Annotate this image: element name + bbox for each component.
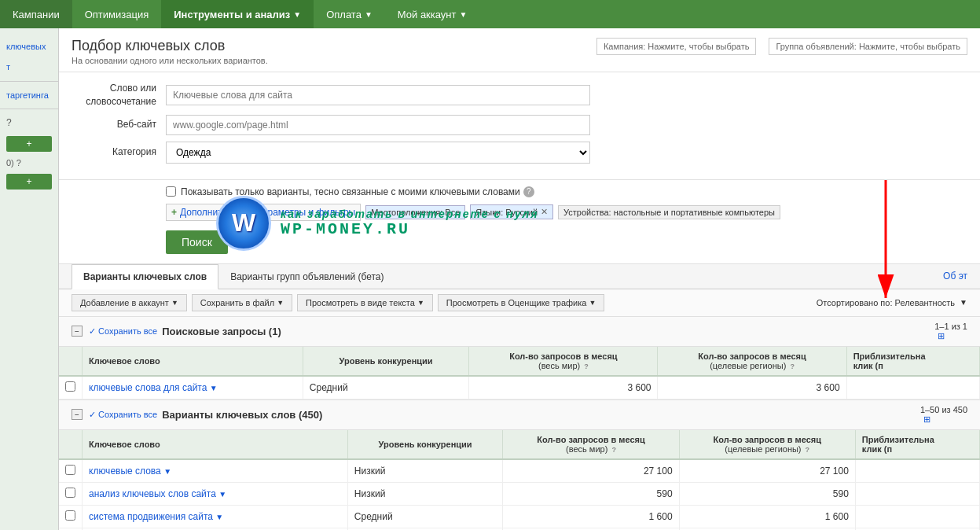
save-all-search[interactable]: ✓ Сохранить все [89,326,157,337]
search-queries-header: − ✓ Сохранить все Поисковые запросы (1) … [59,317,980,347]
nav-account[interactable]: Мой аккаунт ▼ [385,0,480,28]
page-title: Подбор ключевых слов [72,38,268,54]
view-text-btn[interactable]: Просмотреть в виде текста ▼ [297,294,433,311]
word-input[interactable] [166,85,590,105]
sidebar-item-t[interactable]: т [0,57,58,77]
nav-campaigns[interactable]: Кампании [0,0,72,28]
vth-competition[interactable]: Уровень конкуренции [347,430,503,459]
vglobal-monthly-cell-1: 590 [503,482,679,505]
add-account-arrow: ▼ [171,299,178,307]
table-row: ключевые слова для сайта ▼ Средний 3 600… [59,376,980,399]
th-local-monthly[interactable]: Кол-во запросов в месяц(целевые регионы)… [658,347,846,376]
save-file-arrow: ▼ [277,299,284,307]
vlocal-monthly-cell-1: 590 [679,482,855,505]
help-icon-checkbox[interactable]: ? [523,186,534,197]
vglobal-monthly-cell-0: 27 100 [503,459,679,483]
vth-approx-cpc[interactable]: Приблизительнаклик (п [855,430,979,459]
search-queries-table: Ключевое слово Уровень конкуренции Кол-в… [59,347,980,399]
sidebar-plus-btn1[interactable]: + [6,136,52,152]
tight-match-checkbox[interactable] [166,186,176,197]
language-tag[interactable]: Языки: Русский ✕ [470,204,553,219]
language-remove-icon[interactable]: ✕ [541,207,548,217]
table-row: анализ ключевых слов сайта ▼ Низкий 590 … [59,482,980,505]
keyword-variants-table: Ключевое слово Уровень конкуренции Кол-в… [59,430,980,530]
checkbox-label: Показывать только варианты, тесно связан… [181,186,520,197]
approx-cpc-cell [846,376,979,399]
variants-pagination-nav[interactable]: ⊞ [923,414,930,424]
keyword-variants-group: − ✓ Сохранить все Варианты ключевых слов… [59,400,980,530]
competition-cell: Средний [303,376,469,399]
vrow-checkbox-2[interactable] [65,510,75,521]
sidebar-item-keywords[interactable]: ключевых [0,36,58,57]
search-queries-title: Поисковые запросы (1) [162,326,281,337]
nav-optimization[interactable]: Оптимизация [72,0,162,28]
row-checkbox[interactable] [65,381,75,392]
vcompetition-cell-1: Низкий [347,482,503,505]
advanced-filters-link[interactable]: + Дополнительные параметры и фильтры [166,204,361,221]
table-row: ключевые слова ▼ Низкий 27 100 27 100 [59,459,980,483]
save-all-variants[interactable]: ✓ Сохранить все [89,410,157,420]
campaign-selector[interactable]: Кампания: Нажмите, чтобы выбрать [596,38,757,55]
top-navigation: Кампании Оптимизация Инструменты и анали… [0,0,980,28]
vkeyword-link-1[interactable]: анализ ключевых слов сайта [89,488,216,499]
vkeyword-link-2[interactable]: система продвижения сайта [89,511,213,522]
category-label: Категория [72,145,166,159]
page-subtitle: На основании одного или нескольких вариа… [72,56,268,65]
view-traffic-arrow: ▼ [589,299,596,307]
category-select[interactable]: Одежда [166,142,590,164]
content-area: Подбор ключевых слов На основании одного… [59,28,980,530]
vlocal-monthly-cell-2: 1 600 [679,505,855,528]
toolbar: Добавление в аккаунт ▼ Сохранить в файл … [59,289,980,317]
collapse-search-btn[interactable]: − [72,326,83,337]
adgroup-selector[interactable]: Группа объявлений: Нажмите, чтобы выбрат… [769,38,967,55]
table-row: система продвижения сайта ▼ Средний 1 60… [59,505,980,528]
view-traffic-btn[interactable]: Просмотреть в Оценщике трафика ▼ [438,294,605,311]
vth-local-monthly[interactable]: Кол-во запросов в месяц(целевые регионы)… [679,430,855,459]
search-button[interactable]: Поиск [166,230,228,254]
keyword-link[interactable]: ключевые слова для сайта [89,382,207,393]
collapse-variants-btn[interactable]: − [72,409,83,420]
vrow-checkbox-0[interactable] [65,465,75,475]
nav-tools-arrow: ▼ [293,10,301,19]
sidebar-item-targeting[interactable]: таргетинга [0,85,58,105]
add-to-account-btn[interactable]: Добавление в аккаунт ▼ [72,294,187,311]
nav-payment[interactable]: Оплата ▼ [314,0,385,28]
vkeyword-link-0[interactable]: ключевые слова [89,466,161,477]
search-queries-pagination: 1–1 из 1 [934,322,967,331]
website-input[interactable] [166,115,590,135]
vcompetition-cell-0: Низкий [347,459,503,483]
sort-label: Отсортировано по: Релевантность [817,298,955,307]
variants-pagination: 1–50 из 450 [920,405,967,414]
local-monthly-cell: 3 600 [658,376,846,399]
th-keyword[interactable]: Ключевое слово [83,347,303,376]
view-text-arrow: ▼ [417,299,424,307]
vth-global-monthly[interactable]: Кол-во запросов в месяц(весь мир) ? [503,430,679,459]
device-tag: Устройства: настольные и портативные ком… [558,205,780,219]
vth-keyword[interactable]: Ключевое слово [83,430,348,459]
sidebar: ключевых т таргетинга ? + 0) ? + [0,28,59,530]
vapprox-cpc-cell-0 [855,459,979,483]
nav-account-arrow: ▼ [460,10,468,19]
nav-payment-arrow: ▼ [365,10,373,19]
th-approx-cpc[interactable]: Приблизительнаклик (п [846,347,979,376]
vcompetition-cell-2: Средний [347,505,503,528]
vrow-checkbox-1[interactable] [65,488,75,498]
keyword-variants-header: − ✓ Сохранить все Варианты ключевых слов… [59,400,980,430]
website-label: Веб-сайт [72,118,166,131]
keyword-form: Слово илисловосочетание Веб-сайт Категор… [59,72,980,180]
pagination-nav-icon[interactable]: ⊞ [938,331,945,340]
sidebar-plus-btn2[interactable]: + [6,174,52,190]
save-to-file-btn[interactable]: Сохранить в файл ▼ [192,294,292,311]
vlocal-monthly-cell-0: 27 100 [679,459,855,483]
th-global-monthly[interactable]: Кол-во запросов в месяц(весь мир) ? [469,347,658,376]
th-competition[interactable]: Уровень конкуренции [303,347,469,376]
word-label: Слово илисловосочетание [72,82,166,109]
tab-keyword-variants[interactable]: Варианты ключевых слов [72,264,218,289]
plus-icon: + [171,207,177,218]
location-tag[interactable]: Местоположения: Все [365,205,465,219]
nav-tools[interactable]: Инструменты и анализ ▼ [161,0,314,28]
about-link[interactable]: Об эт [943,271,967,282]
tab-adgroup-variants[interactable]: Варианты групп объявлений (бета) [218,264,395,289]
filter-area: Показывать только варианты, тесно связан… [59,180,980,264]
sort-arrow: ▼ [960,298,967,307]
